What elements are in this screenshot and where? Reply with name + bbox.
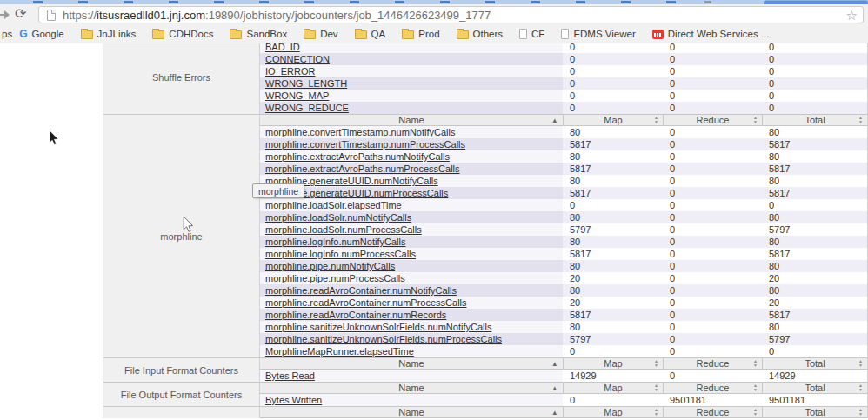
reduce-value: 0 xyxy=(663,284,762,297)
column-header-name[interactable]: Name▴ xyxy=(260,383,563,393)
counter-link[interactable]: morphline.loadSolr.elapsedTime xyxy=(265,200,402,210)
counter-link[interactable]: morphline.convertTimestamp.numProcessCal… xyxy=(265,139,465,150)
counter-link[interactable]: Bytes Read xyxy=(265,370,315,381)
map-value: 0 xyxy=(563,394,663,406)
counter-link[interactable]: morphline.pipe.numProcessCalls xyxy=(265,273,405,283)
bookmark-item-qa[interactable]: QA xyxy=(355,29,386,39)
counter-name-cell: morphline.readAvroContainer.numNotifyCal… xyxy=(260,284,563,297)
counter-link[interactable]: IO_ERROR xyxy=(265,66,315,77)
reduce-value: 0 xyxy=(663,309,762,321)
total-value: 5817 xyxy=(762,187,867,199)
counter-link[interactable]: morphline.sanitizeUnknownSolrFields.numN… xyxy=(265,322,491,332)
reduce-value: 0 xyxy=(663,126,762,138)
counter-link[interactable]: CONNECTION xyxy=(265,54,330,64)
map-value: 80 xyxy=(563,175,663,187)
bookmark-item-cf[interactable]: CF xyxy=(519,29,544,39)
bookmark-label: JnJLinks xyxy=(97,29,137,39)
apps-shortcut-partial[interactable]: ps xyxy=(2,29,12,39)
total-value: 0 xyxy=(762,90,867,102)
counter-link[interactable]: Bytes Written xyxy=(265,395,322,405)
tab-strip-icon xyxy=(704,1,711,3)
forward-button[interactable] xyxy=(0,8,10,22)
column-header-map[interactable]: Map▲▼ xyxy=(563,383,663,393)
column-header-name[interactable]: Name▴ xyxy=(260,115,563,125)
counter-link[interactable]: morphline.sanitizeUnknownSolrFields.numP… xyxy=(265,334,502,344)
column-header-reduce[interactable]: Reduce▲▼ xyxy=(663,383,762,393)
reduce-value: 0 xyxy=(663,211,762,223)
counter-link[interactable]: morphline.loadSolr.numProcessCalls xyxy=(265,224,422,235)
counter-link[interactable]: morphline.extractAvroPaths.numProcessCal… xyxy=(265,163,460,174)
bookmark-item-dev[interactable]: Dev xyxy=(304,29,337,39)
counter-name-cell: morphline.sanitizeUnknownSolrFields.numP… xyxy=(260,333,563,345)
counter-link[interactable]: morphline.loadSolr.numNotifyCalls xyxy=(265,212,411,223)
address-bar[interactable]: https://itsusraedlld01.jnj.com:19890/job… xyxy=(38,6,864,23)
column-header-total[interactable]: Total▲▼ xyxy=(762,383,867,393)
counter-link[interactable]: morphline.logInfo.numProcessCalls xyxy=(265,249,416,259)
column-header-label: Total xyxy=(805,358,825,369)
counter-link[interactable]: morphline.readAvroContainer.numRecords xyxy=(265,310,446,320)
column-header-total[interactable]: Total▲▼ xyxy=(762,358,867,369)
reduce-value: 0 xyxy=(663,53,762,65)
column-header-name[interactable]: Name▴ xyxy=(260,358,563,369)
counter-link[interactable]: morphline.pipe.numNotifyCalls xyxy=(265,261,395,271)
total-value: 0 xyxy=(762,77,867,90)
bookmark-label: QA xyxy=(371,29,386,39)
bookmark-item-google[interactable]: GGoogle xyxy=(19,29,63,39)
column-header-total[interactable]: Total▲▼ xyxy=(762,115,867,125)
bookmark-item-prod[interactable]: Prod xyxy=(402,29,439,39)
column-header-map[interactable]: Map▲▼ xyxy=(563,358,663,369)
map-value: 80 xyxy=(563,150,663,163)
counter-link[interactable]: WRONG_LENGTH xyxy=(265,78,347,89)
counter-link[interactable]: BAD_ID xyxy=(265,43,300,52)
url-text[interactable]: https://itsusraedlld01.jnj.com:19890/job… xyxy=(63,9,491,22)
counter-link[interactable]: morphline.logInfo.numNotifyCalls xyxy=(265,237,405,247)
counter-name-cell: morphline.pipe.numNotifyCalls xyxy=(260,260,563,272)
map-value: 5797 xyxy=(563,223,663,236)
reload-button[interactable]: ⟳ xyxy=(15,5,26,22)
counter-link[interactable]: morphline.convertTimestamp.numNotifyCall… xyxy=(265,127,455,137)
map-value: 80 xyxy=(563,321,663,333)
total-value: 0 xyxy=(762,43,867,53)
column-header-map[interactable]: Map▲▼ xyxy=(563,115,663,125)
counter-name-cell: morphline.readAvroContainer.numProcessCa… xyxy=(260,297,563,309)
counter-name-cell: morphline.loadSolr.numNotifyCalls xyxy=(260,211,563,223)
bookmark-items: GGoogleJnJLinksCDHDocsSandBoxDevQAProdOt… xyxy=(19,29,769,39)
column-header-map[interactable]: Map▲▼ xyxy=(563,407,663,417)
url-scheme: https:// xyxy=(63,9,97,22)
bookmark-star-icon[interactable]: ☆ xyxy=(846,8,858,23)
counter-section-next: Name▴Map▲▼Reduce▲▼Total▲▼ xyxy=(103,406,867,418)
counter-name-cell: morphline.readAvroContainer.numRecords xyxy=(260,309,563,321)
bookmark-item-cdhdocs[interactable]: CDHDocs xyxy=(152,29,213,39)
column-header-name[interactable]: Name▴ xyxy=(260,407,563,417)
column-header-reduce[interactable]: Reduce▲▼ xyxy=(663,358,762,369)
counter-section-shuffle-errors: Shuffle ErrorsBAD_ID000CONNECTION000IO_E… xyxy=(103,43,867,114)
total-value: 80 xyxy=(762,150,867,163)
total-value: 80 xyxy=(762,126,867,138)
table-row: morphline.logInfo.numNotifyCalls80080 xyxy=(260,236,867,248)
table-row: Bytes Read14929014929 xyxy=(260,370,867,382)
bookmark-item-jnjlinks[interactable]: JnJLinks xyxy=(81,29,137,39)
counter-link[interactable]: WRONG_MAP xyxy=(265,90,329,101)
column-header-total[interactable]: Total▲▼ xyxy=(762,407,867,417)
counter-link[interactable]: morphline.extractAvroPaths.numNotifyCall… xyxy=(265,151,450,162)
total-value: 0 xyxy=(762,345,867,357)
reduce-value: 0 xyxy=(663,175,762,187)
counter-link[interactable]: morphline.readAvroContainer.numNotifyCal… xyxy=(265,285,457,296)
column-header-reduce[interactable]: Reduce▲▼ xyxy=(663,407,762,417)
table-header-row: Name▴Map▲▼Reduce▲▼Total▲▼ xyxy=(260,406,867,418)
group-label: File Input Format Counters xyxy=(124,365,238,376)
sort-both-icon: ▲▼ xyxy=(654,408,658,417)
bookmark-label: Dev xyxy=(320,29,337,39)
bookmark-item-direct-web-services[interactable]: Direct Web Services ... xyxy=(652,29,770,39)
bookmark-item-others[interactable]: Others xyxy=(457,29,504,39)
column-header-label: Total xyxy=(805,407,825,417)
counter-link[interactable]: morphline.readAvroContainer.numProcessCa… xyxy=(265,297,467,308)
counter-link[interactable]: MorphlineMapRunner.elapsedTime xyxy=(265,346,414,357)
table-row: morphline.extractAvroPaths.numNotifyCall… xyxy=(260,150,867,163)
bookmark-item-sandbox[interactable]: SandBox xyxy=(230,29,287,39)
table-row: morphline.generateUUID.numNotifyCalls800… xyxy=(260,175,867,187)
bookmark-item-edms-viewer[interactable]: EDMS Viewer xyxy=(561,29,635,39)
counter-link[interactable]: WRONG_REDUCE xyxy=(265,103,349,113)
counter-name-cell: morphline.extractAvroPaths.numProcessCal… xyxy=(260,163,563,175)
column-header-reduce[interactable]: Reduce▲▼ xyxy=(663,115,762,125)
